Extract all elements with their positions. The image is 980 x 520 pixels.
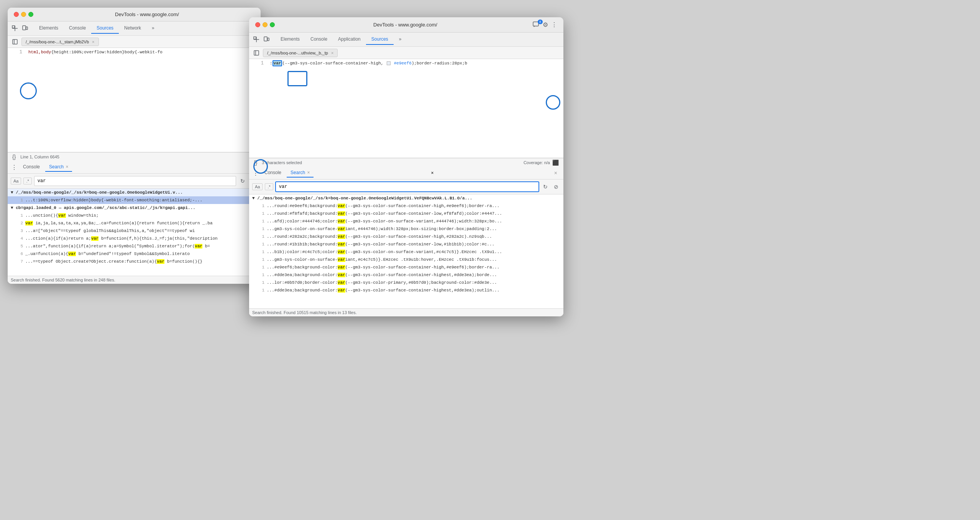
tab-elements-left[interactable]: Elements <box>34 23 64 34</box>
search-case-right[interactable]: Aa <box>252 183 263 190</box>
bottom-panel-left: ⋮ Console Search × Aa .* ↻ ⊘ ▼ /_/mss/bo… <box>8 161 261 284</box>
result-row-r8[interactable]: 1 ...gm3-sys-color-on-surface-variant,#c… <box>249 256 563 263</box>
result-row-r2[interactable]: 1 ...round:#f8fafd;background:var(--gm3-… <box>249 210 563 217</box>
result-row-r10[interactable]: 1 ...#dde3ea;background-color:var(--gm3-… <box>249 271 563 279</box>
panel-tab-search-right[interactable]: Search × <box>287 168 314 178</box>
search-results-left[interactable]: ▼ /_/mss/boq-one-google/_/ss/k=boq-one-g… <box>8 189 261 276</box>
minimize-button-right[interactable] <box>263 22 268 27</box>
svg-rect-12 <box>268 38 269 41</box>
result-row-8-left[interactable]: 7 ...==typeof Object.create?Object.creat… <box>8 258 261 265</box>
result-file-right[interactable]: ▼ /_/mss/boq-one-google/_/ss/k=boq-one-g… <box>249 194 563 202</box>
file-tab-close-left[interactable]: × <box>92 39 94 44</box>
result-row-6-left[interactable]: 5 ...ator",function(a){if(a)return a;a=S… <box>8 242 261 250</box>
result-row-r11[interactable]: 1 ...lor:#0b57d0;border-color:var(--gm3-… <box>249 279 563 286</box>
settings-icon[interactable]: ⚙ <box>543 21 548 28</box>
file-tab-name-right: /_/mss/boq-one-...uthview,_b,_tp <box>267 51 328 55</box>
tab-more-left[interactable]: » <box>146 23 160 34</box>
search-refresh-left[interactable]: ↻ <box>238 177 247 185</box>
panel-tab-search-left[interactable]: Search × <box>45 163 72 172</box>
file-tab-name-left: /_/mss/boq-one-...t,_stam,jMb2Vb <box>26 39 89 44</box>
search-refresh-right[interactable]: ↻ <box>541 183 550 191</box>
result-row-1-left[interactable]: 1 ...t:100%;overflow:hidden}body{-webkit… <box>8 196 261 204</box>
toolbar-tabs-left: Elements Console Sources Network » <box>34 23 160 34</box>
result-row-r6[interactable]: 1 ...round:#1b1b1b;background:var(--gm3-… <box>249 240 563 248</box>
tab-sources-right[interactable]: Sources <box>366 34 394 45</box>
result-row-7-left[interactable]: 6 _.ua=function(a){var b="undefined"!=ty… <box>8 250 261 258</box>
more-icon[interactable]: ⋮ <box>551 21 557 28</box>
tab-sources-left[interactable]: Sources <box>91 23 119 34</box>
device-icon[interactable] <box>21 24 29 33</box>
search-results-right[interactable]: ▼ /_/mss/boq-one-google/_/ss/k=boq-one-g… <box>249 194 563 308</box>
panel-tabs-left: ⋮ Console Search × <box>8 161 261 174</box>
title-bar-left: DevTools - www.google.com/ <box>8 8 261 21</box>
result-row-2-left[interactable]: 1 ...unction(){var window=this; <box>8 212 261 219</box>
search-footer-right: Search finished. Found 10515 matching li… <box>249 308 563 316</box>
panel-tab-close-left[interactable]: × <box>66 164 68 169</box>
svg-rect-5 <box>13 39 17 44</box>
result-row-5-left[interactable]: 4 ...ction(a){if(a)return a;var b=functi… <box>8 235 261 242</box>
toolbar-left: Elements Console Sources Network » <box>8 21 261 36</box>
file-tab-right[interactable]: /_/mss/boq-one-...uthview,_b,_tp × <box>263 49 338 57</box>
svg-rect-13 <box>254 51 259 55</box>
chars-selected: 3 characters selected <box>262 160 302 165</box>
search-clear-right[interactable]: ⊘ <box>552 183 560 191</box>
close-panel-btn-right[interactable]: × <box>551 170 560 176</box>
result-row-r9[interactable]: 1 ...#e9eef6;background-color:var(--gm3-… <box>249 263 563 271</box>
sidebar-toggle-right[interactable] <box>252 49 261 57</box>
result-row-r3[interactable]: 1 ...afd);color:#444746;color:var(--gm3-… <box>249 217 563 225</box>
panel-more-right[interactable]: ⋮ <box>252 169 259 176</box>
panel-tab-console-left[interactable]: Console <box>19 163 44 172</box>
inspect-icon-right[interactable] <box>252 35 261 44</box>
close-button-right[interactable] <box>255 22 260 27</box>
panel-tab-close-right[interactable]: × <box>307 170 310 175</box>
result-row-3-left[interactable]: 2 var ia,ja,la,sa,ta,xa,ya,Ba;_.ca=funct… <box>8 219 261 227</box>
maximize-button-left[interactable] <box>28 12 33 17</box>
tab-console-right[interactable]: Console <box>305 34 333 45</box>
result-file-1-left[interactable]: ▼ /_/mss/boq-one-google/_/ss/k=boq-one-g… <box>8 189 261 196</box>
code-line-right: 1 :var(--gm3-sys-color-surface-container… <box>249 59 563 67</box>
minimize-button-left[interactable] <box>21 12 26 17</box>
title-bar-right: DevTools - www.google.com/ 8 ⚙ ⋮ <box>249 17 563 33</box>
search-regex-right[interactable]: .* <box>265 183 273 190</box>
devtools-window-left: DevTools - www.google.com/ Elements Cons… <box>8 8 261 284</box>
curly-brace-icon-right: {} <box>254 160 257 166</box>
result-row-r7[interactable]: 1 ...b1b);color:#c4c7c5;color:var(--gm3-… <box>249 248 563 256</box>
file-tab-close-right[interactable]: × <box>331 51 333 55</box>
curly-brace-icon: {} <box>12 154 16 160</box>
result-row-r1[interactable]: 1 ...round:#e9eef6;background:var(--gm3-… <box>249 202 563 210</box>
devtools-window-right: DevTools - www.google.com/ 8 ⚙ ⋮ <box>249 17 563 316</box>
search-input-left[interactable] <box>34 176 236 186</box>
tab-network-left[interactable]: Network <box>119 23 146 34</box>
result-row-r5[interactable]: 1 ...round:#282a2c;background:var(--gm3-… <box>249 233 563 240</box>
tab-application-right[interactable]: Application <box>333 34 366 45</box>
color-swatch-right <box>387 61 391 65</box>
tab-elements-right[interactable]: Elements <box>275 34 305 45</box>
result-row-r12[interactable]: 1 ...#dde3ea;background-color:var(--gm3-… <box>249 286 563 294</box>
result-file-2-left[interactable]: ▼ cb=gapi.loaded_0 — apis.google.com/_/s… <box>8 204 261 212</box>
file-tab-bar-right: /_/mss/boq-one-...uthview,_b,_tp × <box>249 47 563 59</box>
line-number-left: 1 <box>11 49 22 56</box>
search-bar-right: Aa .* ↻ ⊘ <box>249 179 563 194</box>
code-content-left: html,body{height:100%;overflow:hidden}bo… <box>28 49 163 56</box>
panel-more-left[interactable]: ⋮ <box>11 164 18 171</box>
toolbar-tabs-right: Elements Console Application Sources » <box>275 34 407 45</box>
close-panel-right[interactable]: × <box>431 170 434 176</box>
coverage-icon[interactable]: ⬛ <box>552 160 559 166</box>
sidebar-toggle-left[interactable] <box>11 38 19 46</box>
tab-console-left[interactable]: Console <box>64 23 91 34</box>
badge-count: 8 <box>538 20 543 24</box>
close-button-left[interactable] <box>14 12 19 17</box>
device-icon-right[interactable] <box>262 35 271 44</box>
tab-more-right[interactable]: » <box>394 34 407 45</box>
file-tab-left[interactable]: /_/mss/boq-one-...t,_stam,jMb2Vb × <box>21 38 99 46</box>
traffic-lights-left <box>14 12 33 17</box>
search-case-left[interactable]: Aa <box>11 178 21 184</box>
search-input-right[interactable] <box>276 182 539 192</box>
maximize-button-right[interactable] <box>270 22 275 27</box>
inspect-icon[interactable] <box>11 24 19 33</box>
result-row-r4[interactable]: 1 ...gm3-sys-color-on-surface-variant,#4… <box>249 225 563 233</box>
search-regex-left[interactable]: .* <box>23 178 31 184</box>
result-row-4-left[interactable]: 3 ...a=["object"==typeof globalThis&&glo… <box>8 227 261 235</box>
status-bar-right: {} 3 characters selected Coverage: n/a ⬛ <box>249 158 563 167</box>
panel-tab-console-right[interactable]: Console <box>261 168 285 178</box>
